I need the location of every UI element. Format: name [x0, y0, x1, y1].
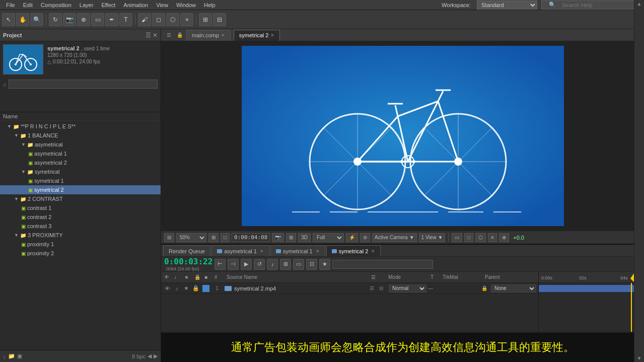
tree-item-asymetrical1[interactable]: ▣ asymetrical 1	[0, 149, 161, 158]
render-queue-tab[interactable]: Render Queue	[163, 245, 210, 256]
layer-parent-select[interactable]: None	[491, 284, 536, 293]
close-tab-symetrical2[interactable]: ✕	[270, 33, 274, 38]
comp-ctrl-render-preview[interactable]: ▭	[452, 233, 462, 242]
tl-btn-end[interactable]: ⊣	[228, 259, 239, 270]
comp-ctrl-fast[interactable]: ⚡	[346, 233, 358, 242]
left-panel-scroll-right[interactable]: ▶	[154, 353, 158, 359]
tree-item-proximity1[interactable]: ▣ proximity 1	[0, 240, 161, 249]
tab-close-symetrical1[interactable]: ✕	[316, 249, 320, 254]
menu-file[interactable]: File	[2, 1, 19, 9]
tool-eraser[interactable]: ◻	[152, 13, 165, 26]
layer-vis-audio[interactable]: ♪	[173, 284, 181, 293]
comp-ctrl-grid[interactable]: ⊞	[286, 233, 296, 242]
tool-puppet[interactable]: ⌖	[180, 13, 193, 26]
comp-panel-menu-icon[interactable]: ☰	[164, 31, 173, 40]
comp-ctrl-3d[interactable]: 3D	[298, 233, 311, 242]
render-tab-asymetrical1[interactable]: asymetrical 1 ✕	[211, 245, 269, 256]
layer-switch-2[interactable]: ⊟	[379, 285, 387, 291]
layer-vis-solo[interactable]: ★	[182, 284, 190, 293]
menu-animation[interactable]: Animation	[119, 1, 152, 9]
comp-ctrl-snap[interactable]: ⊟	[164, 233, 174, 242]
comp-tab-symetrical2[interactable]: symetrical 2 ✕	[234, 30, 280, 41]
tool-shape[interactable]: ⊞	[199, 13, 212, 26]
tl-btn-audio[interactable]: ♪	[267, 259, 278, 270]
search-help-input[interactable]	[562, 2, 638, 8]
tab-close-asymetrical1[interactable]: ✕	[260, 249, 264, 254]
tool-text[interactable]: T	[119, 13, 132, 26]
tl-btn-snap[interactable]: ⊡	[306, 259, 317, 270]
tree-item-balance[interactable]: ▼ 📁 1 BALANCE	[0, 131, 161, 140]
render-tab-symetrical1[interactable]: symetrical 1 ✕	[270, 245, 325, 256]
tree-item-symetrical[interactable]: ▼ 📁 symetrical	[0, 167, 161, 176]
comp-panel-lock-icon[interactable]: 🔒	[175, 31, 184, 40]
tool-pen[interactable]: ✒	[105, 13, 118, 26]
comp-tab-main[interactable]: main.comp ✕	[186, 30, 231, 41]
file-tree[interactable]: ▼ 📁 **P R I N C I P L E S** ▼ 📁 1 BALANC…	[0, 121, 161, 350]
tool-select[interactable]: ↖	[2, 13, 15, 26]
subtitle-text: 通常广告包装动画师会忽略合成作为创建高效信息沟通工具的重要性。	[231, 340, 575, 355]
tool-camera[interactable]: 📷	[63, 13, 76, 26]
comp-ctrl-draft[interactable]: ⊕	[499, 233, 509, 242]
layer-mode-select[interactable]: Normal Add Multiply	[389, 284, 426, 293]
comp-ctrl-camera-icon[interactable]: 📷	[272, 233, 284, 242]
comp-ctrl-motion-blur[interactable]: ≡	[488, 233, 497, 242]
tool-mask[interactable]: ▭	[91, 13, 104, 26]
tree-item-proximity-folder[interactable]: ▼ 📁 3 PROXIMITY	[0, 231, 161, 240]
left-panel-scroll-left[interactable]: ◀	[148, 353, 152, 359]
view-select-btn[interactable]: 1 View ▼	[419, 233, 446, 242]
menu-view[interactable]: View	[152, 1, 172, 9]
menu-window[interactable]: Window	[172, 1, 200, 9]
tool-brush[interactable]: 🖌	[138, 13, 151, 26]
active-camera-btn[interactable]: Active Camera ▼	[372, 233, 416, 242]
search-help-box[interactable]: 🔍	[541, 1, 642, 10]
zoom-select[interactable]: 50% 25% 100%	[176, 233, 206, 242]
render-tab-symetrical2[interactable]: symetrical 2 ✕	[326, 245, 381, 256]
tree-item-asymetrical2[interactable]: ▣ asymetrical 2	[0, 158, 161, 167]
comp-ctrl-fit[interactable]: ⊞	[208, 233, 219, 242]
menu-layer[interactable]: Layer	[76, 1, 98, 9]
menu-effect[interactable]: Effect	[97, 1, 119, 9]
close-tab-main[interactable]: ✕	[221, 33, 225, 38]
panel-menu-icon[interactable]: ☰	[146, 32, 151, 39]
layer-vis-eye[interactable]: 👁	[163, 284, 171, 293]
panel-close-icon[interactable]: ✕	[153, 32, 158, 39]
timeline-search-input[interactable]	[332, 260, 433, 269]
tl-btn-solo[interactable]: ★	[319, 259, 330, 270]
tool-pan[interactable]: ⊕	[77, 13, 90, 26]
tree-item-contrast1[interactable]: ▣ contrast 1	[0, 203, 161, 212]
left-panel-comp-icon[interactable]: ▣	[17, 353, 22, 359]
project-search-input[interactable]	[9, 80, 158, 89]
left-panel-import-icon[interactable]: ↓	[3, 353, 6, 359]
tab-close-symetrical2[interactable]: ✕	[371, 249, 375, 254]
comp-ctrl-snapshot[interactable]: □	[464, 233, 473, 242]
tl-btn-preview[interactable]: ⊞	[280, 259, 291, 270]
menu-help[interactable]: Help	[200, 1, 220, 9]
tree-item-contrast2[interactable]: ▣ contrast 2	[0, 212, 161, 222]
tree-item-principles[interactable]: ▼ 📁 **P R I N C I P L E S**	[0, 122, 161, 131]
tool-zoom[interactable]: 🔍	[30, 13, 43, 26]
tl-btn-render[interactable]: ▭	[293, 259, 304, 270]
tool-align[interactable]: ⊟	[213, 13, 226, 26]
comp-ctrl-pixel[interactable]: □	[221, 233, 230, 242]
tree-item-asymetrical[interactable]: ▼ 📁 asymetrical	[0, 140, 161, 149]
tool-rotate[interactable]: ↻	[49, 13, 62, 26]
tree-item-contrast-folder[interactable]: ▼ 📁 2 CONTRAST	[0, 194, 161, 203]
workspace-select[interactable]: Standard	[477, 1, 537, 10]
menu-edit[interactable]: Edit	[19, 1, 37, 9]
quality-select[interactable]: Full Half Quarter	[313, 233, 344, 242]
tl-btn-play[interactable]: ▶	[241, 259, 252, 270]
tree-item-symetrical2[interactable]: ▣ symetrical 2	[0, 185, 161, 194]
tree-item-contrast3[interactable]: ▣ contrast 3	[0, 222, 161, 231]
menu-composition[interactable]: Composition	[37, 1, 76, 9]
tool-stamp[interactable]: ⬡	[166, 13, 179, 26]
tl-btn-loop[interactable]: ↺	[254, 259, 265, 270]
layer-switch-1[interactable]: ☰	[370, 285, 378, 291]
comp-ctrl-trans[interactable]: ⊘	[360, 233, 370, 242]
layer-vis-lock[interactable]: 🔒	[192, 284, 200, 293]
left-panel-folder-icon[interactable]: 📁	[8, 353, 15, 359]
tree-item-symetrical1[interactable]: ▣ symetrical 1	[0, 176, 161, 185]
tl-btn-home[interactable]: ⊢	[214, 259, 226, 270]
tree-item-proximity2[interactable]: ▣ proximity 2	[0, 249, 161, 258]
comp-ctrl-3d-renderer[interactable]: ⬡	[475, 233, 486, 242]
tool-hand[interactable]: ✋	[16, 13, 29, 26]
